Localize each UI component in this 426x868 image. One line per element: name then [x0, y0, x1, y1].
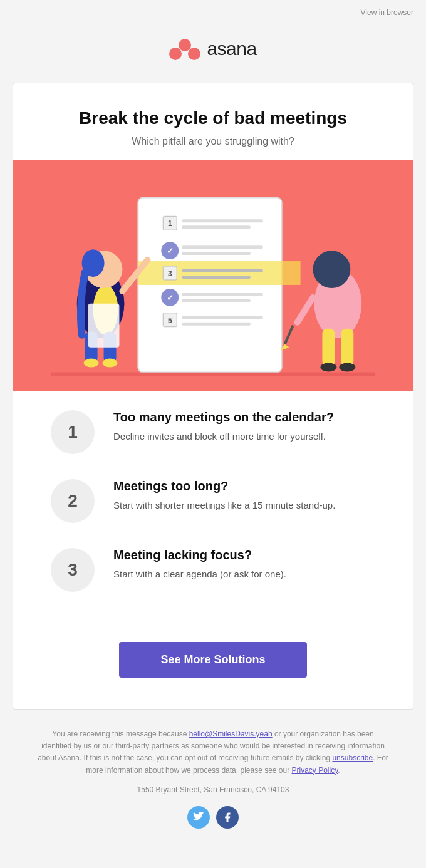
asana-logo-icon: [169, 36, 200, 61]
pitfall-heading-2: Meetings too long?: [113, 479, 335, 493]
svg-rect-23: [182, 316, 263, 319]
svg-text:✓: ✓: [167, 246, 174, 256]
hero-illustration: 1 ✓ 3 ✓ 5: [13, 160, 413, 391]
footer-email-link[interactable]: hello@SmilesDavis.yeah: [189, 730, 273, 738]
footer-pre-text: You are receiving this message because: [52, 730, 189, 738]
pitfall-item-3: 3 Meeting lacking focus? Start with a cl…: [51, 548, 375, 592]
svg-line-37: [298, 297, 313, 323]
pitfall-item-1: 1 Too many meetings on the calendar? Dec…: [51, 410, 375, 454]
pitfall-body-1: Decline invites and block off more time …: [113, 430, 334, 444]
card-subtitle: Which pitfall are you struggling with?: [51, 136, 375, 147]
card-title: Break the cycle of bad meetings: [51, 108, 375, 128]
logo-area: asana: [0, 24, 426, 83]
pitfall-number-2: 2: [51, 479, 95, 523]
svg-rect-44: [51, 373, 375, 376]
social-icons: [38, 806, 388, 829]
pitfall-text-2: Meetings too long? Start with shorter me…: [113, 479, 335, 513]
unsubscribe-link[interactable]: unsubscribe: [332, 753, 373, 762]
svg-rect-20: [182, 299, 251, 302]
svg-point-41: [339, 363, 355, 372]
svg-rect-11: [182, 252, 251, 255]
svg-rect-6: [182, 219, 263, 222]
svg-text:✓: ✓: [167, 293, 174, 302]
pitfall-item-2: 2 Meetings too long? Start with shorter …: [51, 479, 375, 523]
footer: You are receiving this message because h…: [0, 710, 426, 841]
pitfall-heading-1: Too many meetings on the calendar?: [113, 410, 334, 425]
svg-rect-24: [182, 323, 251, 326]
svg-rect-19: [182, 293, 263, 296]
pitfall-heading-3: Meeting lacking focus?: [113, 548, 286, 562]
view-in-browser-link[interactable]: View in browser: [361, 8, 413, 17]
svg-rect-34: [88, 304, 120, 348]
svg-point-40: [320, 363, 336, 372]
pitfall-number-1: 1: [51, 410, 95, 454]
svg-point-0: [179, 39, 191, 51]
svg-rect-38: [322, 329, 335, 366]
svg-text:3: 3: [168, 269, 172, 278]
svg-line-42: [285, 326, 293, 344]
svg-rect-15: [182, 269, 263, 272]
top-bar: View in browser: [0, 0, 426, 24]
svg-point-2: [188, 48, 200, 60]
svg-point-36: [313, 251, 351, 288]
svg-text:5: 5: [168, 316, 172, 325]
see-more-solutions-button[interactable]: See More Solutions: [119, 642, 307, 678]
svg-point-1: [169, 48, 182, 60]
email-card: Break the cycle of bad meetings Which pi…: [13, 83, 413, 710]
svg-rect-10: [182, 245, 263, 249]
asana-wordmark: asana: [207, 38, 256, 59]
svg-point-33: [103, 359, 118, 368]
facebook-icon[interactable]: [216, 806, 239, 829]
pitfall-text-3: Meeting lacking focus? Start with a clea…: [113, 548, 286, 582]
svg-rect-39: [341, 329, 353, 366]
twitter-icon[interactable]: [187, 806, 210, 829]
hero-image: 1 ✓ 3 ✓ 5: [13, 160, 413, 391]
svg-rect-12: [138, 261, 300, 285]
pitfall-text-1: Too many meetings on the calendar? Decli…: [113, 410, 334, 444]
svg-rect-16: [182, 276, 251, 279]
cta-area: See More Solutions: [13, 636, 413, 709]
pitfall-body-3: Start with a clear agenda (or ask for on…: [113, 567, 286, 582]
card-header: Break the cycle of bad meetings Which pi…: [13, 83, 413, 160]
asana-logo: asana: [169, 36, 256, 61]
svg-rect-7: [182, 225, 251, 229]
footer-text: You are receiving this message because h…: [38, 728, 388, 777]
footer-period: .: [338, 766, 340, 775]
privacy-policy-link[interactable]: Privacy Policy: [292, 766, 338, 775]
svg-point-32: [84, 359, 99, 368]
pitfalls-section: 1 Too many meetings on the calendar? Dec…: [13, 391, 413, 636]
footer-address: 1550 Bryant Street, San Francisco, CA 94…: [38, 784, 388, 796]
svg-text:1: 1: [168, 219, 172, 228]
pitfall-body-2: Start with shorter meetings like a 15 mi…: [113, 499, 335, 513]
pitfall-number-3: 3: [51, 548, 95, 592]
